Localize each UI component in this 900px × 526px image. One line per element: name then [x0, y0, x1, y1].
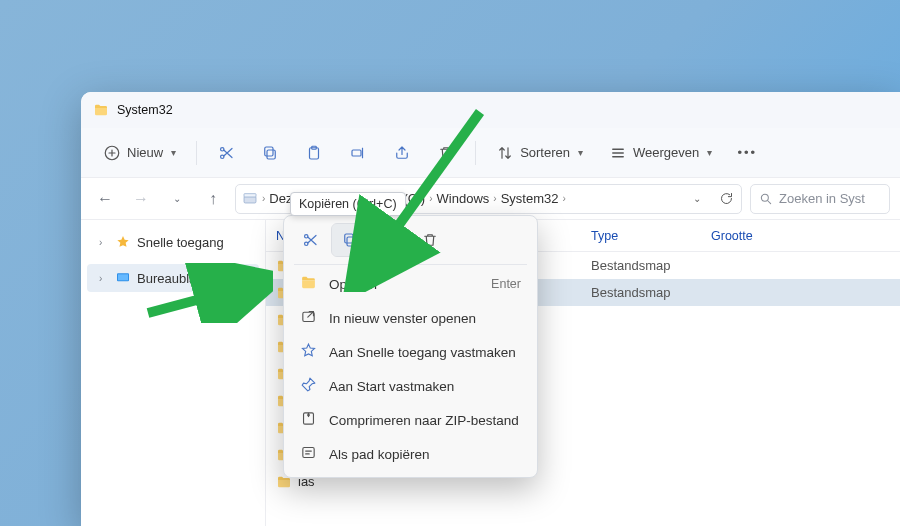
- recent-button[interactable]: ⌄: [163, 185, 191, 213]
- more-button[interactable]: •••: [728, 136, 766, 170]
- chevron-down-icon: ▾: [707, 147, 712, 158]
- delete-button[interactable]: [427, 136, 465, 170]
- drive-icon: [242, 191, 258, 207]
- chevron-right-icon: ›: [262, 193, 265, 204]
- cut-button[interactable]: [207, 136, 245, 170]
- crumb[interactable]: Windows›: [437, 191, 497, 206]
- context-menu-item[interactable]: Als pad kopiëren: [290, 437, 531, 471]
- search-input[interactable]: Zoeken in Syst: [750, 184, 890, 214]
- context-menu-item[interactable]: In nieuw venster openen: [290, 301, 531, 335]
- context-menu: OpenenEnterIn nieuw venster openenAan Sn…: [283, 215, 538, 478]
- window-title: System32: [117, 103, 173, 117]
- ctx-delete-button[interactable]: [412, 224, 448, 256]
- chevron-down-icon[interactable]: ⌄: [693, 193, 701, 204]
- sort-button[interactable]: Sorteren ▾: [486, 136, 593, 170]
- ellipsis-icon: •••: [738, 144, 756, 162]
- separator: [294, 264, 527, 265]
- svg-rect-3: [267, 150, 275, 159]
- context-menu-label: Als pad kopiëren: [329, 447, 430, 462]
- context-menu-label: In nieuw venster openen: [329, 311, 476, 326]
- context-menu-item[interactable]: Aan Start vastmaken: [290, 369, 531, 403]
- back-button[interactable]: ←: [91, 185, 119, 213]
- col-size[interactable]: Grootte: [711, 229, 791, 243]
- pin-icon: [300, 376, 317, 396]
- path-icon: [300, 444, 317, 464]
- up-button[interactable]: ↑: [199, 185, 227, 213]
- star-icon: [300, 342, 317, 362]
- share-icon: [393, 144, 411, 162]
- refresh-icon[interactable]: [717, 190, 735, 208]
- search-icon: [759, 192, 773, 206]
- share-button[interactable]: [383, 136, 421, 170]
- sidebar: › Snelle toegang › Bureaublad: [81, 220, 266, 526]
- chevron-down-icon: ▾: [578, 147, 583, 158]
- desktop-icon: [115, 270, 131, 286]
- sort-icon: [496, 144, 514, 162]
- ctx-rename-button[interactable]: [372, 224, 408, 256]
- context-menu-label: Openen: [329, 277, 377, 292]
- sidebar-item-desktop[interactable]: › Bureaublad: [87, 264, 259, 292]
- svg-rect-15: [347, 237, 355, 246]
- open-icon: [300, 274, 317, 294]
- svg-rect-20: [303, 448, 314, 458]
- view-icon: [609, 144, 627, 162]
- sidebar-item-quick-access[interactable]: › Snelle toegang: [81, 228, 265, 256]
- context-menu-item[interactable]: OpenenEnter: [290, 267, 531, 301]
- svg-rect-12: [118, 274, 128, 280]
- toolbar: Nieuw ▾ Sorteren ▾ Weergeven ▾ •••: [81, 128, 900, 178]
- address-bar: ← → ⌄ ↑ › Deze pc› Lokale schijf (C:)› W…: [81, 178, 900, 220]
- svg-rect-17: [384, 237, 393, 243]
- view-button[interactable]: Weergeven ▾: [599, 136, 722, 170]
- trash-icon: [437, 144, 455, 162]
- new-button[interactable]: Nieuw ▾: [93, 136, 186, 170]
- tooltip-copy: Kopiëren (Ctrl+C): [290, 192, 406, 216]
- crumb[interactable]: System32›: [501, 191, 566, 206]
- copy-icon: [261, 144, 279, 162]
- ctx-cut-button[interactable]: [292, 224, 328, 256]
- rename-icon: [349, 144, 367, 162]
- star-icon: [115, 234, 131, 250]
- zip-icon: [300, 410, 317, 430]
- chevron-right-icon: ›: [99, 237, 109, 248]
- col-type[interactable]: Type: [591, 229, 711, 243]
- context-menu-label: Aan Snelle toegang vastmaken: [329, 345, 516, 360]
- context-menu-item[interactable]: Aan Snelle toegang vastmaken: [290, 335, 531, 369]
- newwin-icon: [300, 308, 317, 328]
- folder-icon: [93, 102, 109, 118]
- separator: [475, 141, 476, 165]
- shortcut: Enter: [491, 277, 521, 291]
- chevron-down-icon: ▾: [171, 147, 176, 158]
- svg-rect-16: [345, 234, 353, 243]
- context-menu-label: Comprimeren naar ZIP-bestand: [329, 413, 519, 428]
- svg-point-10: [761, 194, 768, 201]
- svg-rect-7: [352, 150, 361, 156]
- separator: [196, 141, 197, 165]
- scissors-icon: [217, 144, 235, 162]
- file-type: Bestandsmap: [591, 258, 711, 273]
- context-menu-quick-actions: [290, 222, 531, 262]
- forward-button[interactable]: →: [127, 185, 155, 213]
- copy-button[interactable]: [251, 136, 289, 170]
- ctx-copy-button[interactable]: [332, 224, 368, 256]
- svg-rect-4: [265, 147, 273, 156]
- chevron-right-icon: ›: [99, 273, 109, 284]
- rename-button[interactable]: [339, 136, 377, 170]
- svg-rect-9: [244, 193, 256, 196]
- titlebar: System32: [81, 92, 900, 128]
- context-menu-item[interactable]: Comprimeren naar ZIP-bestand: [290, 403, 531, 437]
- paste-button[interactable]: [295, 136, 333, 170]
- plus-circle-icon: [103, 144, 121, 162]
- paste-icon: [305, 144, 323, 162]
- file-type: Bestandsmap: [591, 285, 711, 300]
- context-menu-label: Aan Start vastmaken: [329, 379, 454, 394]
